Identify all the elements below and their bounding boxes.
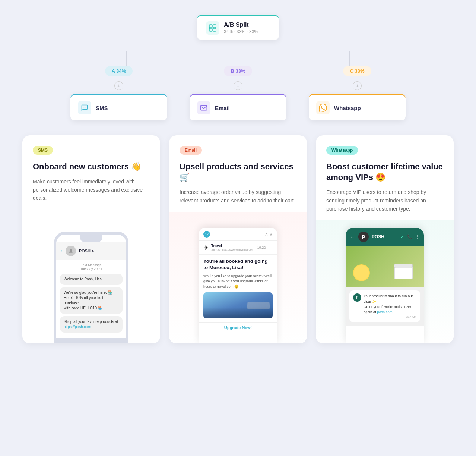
email-badge: 12 — [203, 231, 210, 238]
branch-c-label: C 33% — [343, 66, 371, 76]
sms-bubble-3: Shop all your favorite products at https… — [60, 316, 123, 333]
ab-split-subtitle: 34% · 33% · 33% — [224, 29, 258, 34]
sms-desc: Make customers feel immediately loved wi… — [33, 177, 150, 202]
branch-a-label: A 34% — [105, 66, 133, 76]
email-channel-label: Email — [215, 105, 230, 111]
email-sender-name: Travel — [211, 244, 254, 248]
svg-rect-0 — [209, 25, 212, 28]
email-tag: Email — [180, 146, 202, 155]
wa-avatar: P — [358, 232, 369, 242]
email-sent-to: Sent to: lisa.bowel@mymail.com — [211, 248, 254, 251]
email-image — [203, 292, 273, 318]
wa-contact-name: POSH — [372, 234, 397, 239]
whatsapp-heading: Boost customer lifetime value among VIPs… — [326, 161, 443, 183]
sms-mockup: ‹ POSH > Text MessageTuesday 20:21 Welco… — [22, 210, 160, 344]
wa-msg-text: Your product is about to run out, Lisa! … — [364, 293, 416, 315]
whatsapp-mockup: ← P POSH ✓ 📞 ⋮ — [316, 220, 454, 343]
branch-b-plus[interactable]: + — [234, 81, 242, 90]
whatsapp-channel-label: Whatsapp — [334, 105, 361, 111]
branch-c-plus[interactable]: + — [353, 81, 362, 90]
ab-split-icon — [206, 21, 219, 35]
sms-avatar — [66, 246, 76, 256]
wa-msg-time: 8:17 AM — [364, 315, 416, 319]
email-card: Email Upsell products and services 🛒 Inc… — [169, 135, 307, 343]
wa-msg-avatar: P — [353, 293, 361, 302]
email-heading: Upsell products and services 🛒 — [180, 161, 296, 183]
sms-meta: Text MessageTuesday 20:21 — [60, 263, 123, 271]
sms-bubble-1: Welcome to Posh, Lisa! — [60, 274, 123, 285]
email-channel-card[interactable]: Email — [190, 94, 286, 120]
wa-check-icon: ✓ — [400, 234, 404, 239]
email-mockup: 12 ∧ ∨ ✈ Travel Sent to: lisa.bowel@myma… — [169, 212, 307, 343]
flow-connectors — [70, 40, 406, 66]
sms-link[interactable]: https://posh.com — [64, 325, 91, 329]
sms-phone: ‹ POSH > Text MessageTuesday 20:21 Welco… — [54, 232, 128, 343]
svg-rect-2 — [209, 28, 212, 31]
wa-product-image — [346, 246, 424, 287]
sms-channel-label: SMS — [96, 105, 108, 111]
branch-a-plus[interactable]: + — [114, 81, 123, 90]
email-body-text: Would you like to upgrade your seats? We… — [203, 273, 273, 289]
svg-rect-1 — [213, 25, 216, 28]
wa-call-icon[interactable]: 📞 — [407, 234, 413, 239]
sms-heading: Onboard new customers 👋 — [33, 161, 150, 172]
sms-card: SMS Onboard new customers 👋 Make custome… — [22, 135, 160, 343]
sms-tag: SMS — [33, 146, 53, 155]
email-plane-icon: ✈ — [203, 244, 208, 251]
sms-channel-card[interactable]: SMS — [70, 94, 167, 120]
flow-branches: A 34% + SMS B 33% + — [70, 66, 406, 120]
whatsapp-phone: ← P POSH ✓ 📞 ⋮ — [346, 228, 424, 343]
whatsapp-card: Whatsapp Boost customer lifetime value a… — [316, 135, 454, 343]
wa-back-icon: ← — [350, 234, 355, 240]
email-desc: Increase average order value by suggesti… — [180, 188, 296, 205]
email-time: 19:22 — [257, 246, 266, 249]
branch-b-label: B 33% — [224, 66, 252, 76]
cards-section: SMS Onboard new customers 👋 Make custome… — [0, 132, 476, 358]
wa-message: P Your product is about to run out, Lisa… — [349, 290, 420, 322]
svg-point-13 — [70, 249, 72, 251]
branch-a: A 34% + SMS — [70, 66, 167, 120]
svg-rect-3 — [213, 28, 216, 31]
whatsapp-tag: Whatsapp — [326, 146, 358, 155]
email-cta-button[interactable]: Upgrade Now! — [199, 322, 277, 333]
branch-b: B 33% + Email — [190, 66, 286, 120]
flow-diagram: A/B Split 34% · 33% · 33% A 34% + — [0, 0, 476, 132]
email-channel-icon — [197, 101, 210, 114]
svg-rect-12 — [201, 105, 207, 110]
ab-split-title: A/B Split — [224, 22, 258, 28]
sms-bubble-2: We're so glad you're here. 🏪Here's 10% o… — [60, 287, 123, 314]
sms-contact-name: POSH > — [79, 249, 94, 253]
ab-split-node[interactable]: A/B Split 34% · 33% · 33% — [197, 15, 279, 40]
email-phone: 12 ∧ ∨ ✈ Travel Sent to: lisa.bowel@myma… — [199, 228, 277, 343]
wa-msg-link[interactable]: posh.com — [377, 310, 392, 314]
sms-channel-icon — [78, 101, 91, 114]
sms-back-icon: ‹ — [61, 248, 63, 254]
wa-menu-icon[interactable]: ⋮ — [415, 234, 419, 239]
email-subject: You're all booked and going to Morocco, … — [203, 258, 273, 271]
whatsapp-channel-card[interactable]: Whatsapp — [309, 94, 406, 120]
whatsapp-desc: Encourage VIP users to return and shop b… — [326, 188, 443, 213]
whatsapp-channel-icon — [316, 101, 330, 114]
branch-c: C 33% + Whatsapp — [309, 66, 406, 120]
email-arrows-icon: ∧ ∨ — [265, 232, 273, 237]
